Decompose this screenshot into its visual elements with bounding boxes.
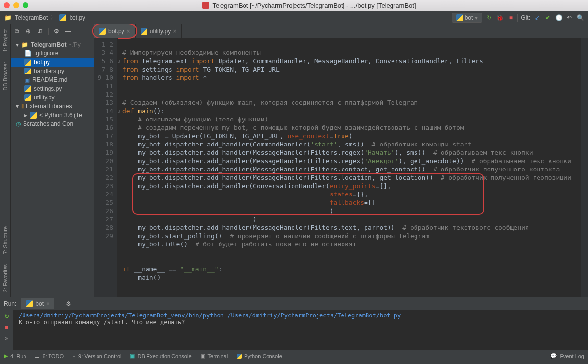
git-update-button[interactable]: ↙ xyxy=(533,14,541,22)
tool-python-console[interactable]: Python Console xyxy=(237,353,282,359)
tool-event-log[interactable]: 💬Event Log xyxy=(550,353,584,359)
tool-terminal[interactable]: ▣Terminal xyxy=(200,353,228,359)
project-tool-tab[interactable]: 1: Project xyxy=(1,24,9,57)
project-view-icon[interactable]: ⧉ xyxy=(13,27,21,35)
editor-tabs: bot.py× utility.py× xyxy=(94,24,588,38)
run-label: Run: xyxy=(4,300,16,307)
stop-run-button[interactable]: ■ xyxy=(5,324,8,331)
sidebar-toolbar: ⧉ ⊕ ⇵ ⚙ — xyxy=(11,24,94,38)
close-tab-icon[interactable]: × xyxy=(127,28,130,35)
locate-icon[interactable]: ⊕ xyxy=(24,27,32,35)
git-revert-button[interactable]: ↶ xyxy=(565,14,573,22)
git-commit-button[interactable]: ✔ xyxy=(544,14,552,22)
titlebar: TelegramBot [~/PycharmProjects/TelegramB… xyxy=(0,0,588,11)
code-content[interactable]: # Импортируем необходимые компоненты ⊟fr… xyxy=(118,38,581,297)
hide-icon[interactable]: — xyxy=(64,27,72,35)
close-tab-icon[interactable]: × xyxy=(173,28,176,35)
python-icon xyxy=(456,14,463,21)
zoom-window[interactable] xyxy=(23,2,28,8)
run-command: /Users/dmitriy/PycharmProjects/TelegramB… xyxy=(19,312,583,319)
run-settings-icon[interactable]: ⚙ xyxy=(64,300,72,308)
tool-db-console[interactable]: ▣DB Execution Console xyxy=(130,353,191,359)
run-panel: Run: bot× ⚙ — ↻ ■ » /Users/dmitriy/Pycha… xyxy=(0,297,588,350)
run-toolbar: ↻ ■ » xyxy=(0,310,14,350)
window-title: TelegramBot [~/PycharmProjects/TelegramB… xyxy=(212,2,416,9)
close-window[interactable] xyxy=(4,2,10,8)
tool-todo[interactable]: ☲6: TODO xyxy=(35,353,64,359)
external-libraries[interactable]: ▾⫴External Libraries xyxy=(11,102,94,111)
window-controls xyxy=(4,2,28,8)
rerun-button[interactable]: ↻ xyxy=(4,313,9,320)
search-button[interactable]: 🔍 xyxy=(576,14,584,22)
debug-button[interactable]: 🐞 xyxy=(496,14,504,22)
status-bar: ▢ 30:1 LF ⌄ UTF-8 ⌄ 4 spaces ⌄ Git: mast… xyxy=(0,362,588,364)
run-hide-icon[interactable]: — xyxy=(77,300,85,308)
run-header: Run: bot× ⚙ — xyxy=(0,297,588,310)
highlight-box xyxy=(132,173,484,215)
project-sidebar: ⧉ ⊕ ⇵ ⚙ — ▾📁TelegramBot ~/Py 📄.gitignore… xyxy=(11,24,94,297)
tool-vcs[interactable]: ⑂9: Version Control xyxy=(73,353,121,359)
settings-icon[interactable]: ⚙ xyxy=(52,27,60,35)
git-history-button[interactable]: 🕓 xyxy=(555,14,563,22)
project-tree: ▾📁TelegramBot ~/Py 📄.gitignore bot.py ha… xyxy=(11,38,94,130)
run-button[interactable]: ↻ xyxy=(485,14,493,22)
run-output-line: Кто-то отправил команду /start. Что мне … xyxy=(19,319,583,326)
separator xyxy=(517,14,518,22)
more-run-icon[interactable]: » xyxy=(5,335,8,341)
favorites-tool-tab[interactable]: 2: Favorites xyxy=(1,259,9,297)
breadcrumb-separator: 〉 xyxy=(50,13,56,22)
minimize-window[interactable] xyxy=(13,2,19,8)
tool-run[interactable]: ▶4: Run xyxy=(4,353,26,359)
tab-bot-py[interactable]: bot.py× xyxy=(94,24,136,38)
file-readme-md[interactable]: ▣README.md xyxy=(11,75,94,84)
collapse-icon[interactable]: ⇵ xyxy=(36,27,44,35)
run-config-label: bot xyxy=(465,14,473,21)
breadcrumb-file[interactable]: bot.py xyxy=(69,14,85,21)
stop-button[interactable]: ■ xyxy=(507,14,514,22)
folder-icon: 📁 xyxy=(4,14,12,22)
bottom-toolbar: ▶4: Run ☲6: TODO ⑂9: Version Control ▣DB… xyxy=(0,350,588,362)
run-tab[interactable]: bot× xyxy=(21,298,54,309)
file-bot-py[interactable]: bot.py xyxy=(11,58,94,67)
file-handlers-py[interactable]: handlers.py xyxy=(11,67,94,75)
file-utility-py[interactable]: utility.py xyxy=(11,93,94,102)
file-gitignore[interactable]: 📄.gitignore xyxy=(11,49,94,58)
python-file-icon xyxy=(99,28,106,35)
navbar: 📁 TelegramBot 〉 bot.py bot ▾ ↻ 🐞 ■ Git: … xyxy=(0,11,588,24)
file-settings-py[interactable]: settings.py xyxy=(11,84,94,93)
db-browser-tool-tab[interactable]: DB Browser xyxy=(1,57,9,96)
python-file-icon xyxy=(141,28,147,35)
breadcrumb-project[interactable]: TelegramBot xyxy=(15,14,48,21)
app-icon xyxy=(202,2,209,9)
run-output[interactable]: /Users/dmitriy/PycharmProjects/TelegramB… xyxy=(14,310,588,350)
project-root[interactable]: ▾📁TelegramBot ~/Py xyxy=(11,40,94,49)
scratches[interactable]: ◷Scratches and Con xyxy=(11,120,94,128)
line-gutter: 1 2 3 4 5 6 7 8 9 10 11 12 13 14 15 16 1… xyxy=(94,38,118,297)
python-sdk[interactable]: ▸< Python 3.6 (Te xyxy=(11,111,94,120)
editor: bot.py× utility.py× 1 2 3 4 5 6 7 8 9 10… xyxy=(94,24,588,297)
git-label: Git: xyxy=(521,14,530,21)
error-stripe xyxy=(581,38,588,297)
main: 1: Project DB Browser 7: Structure 2: Fa… xyxy=(0,24,588,297)
run-body: ↻ ■ » /Users/dmitriy/PycharmProjects/Tel… xyxy=(0,310,588,350)
left-tool-tabs: 1: Project DB Browser 7: Structure 2: Fa… xyxy=(0,24,11,297)
python-file-icon xyxy=(59,14,66,21)
run-config-selector[interactable]: bot ▾ xyxy=(452,13,483,23)
tab-utility-py[interactable]: utility.py× xyxy=(136,24,182,38)
structure-tool-tab[interactable]: 7: Structure xyxy=(1,221,9,259)
code-area[interactable]: 1 2 3 4 5 6 7 8 9 10 11 12 13 14 15 16 1… xyxy=(94,38,588,297)
chevron-down-icon: ▾ xyxy=(475,14,478,21)
